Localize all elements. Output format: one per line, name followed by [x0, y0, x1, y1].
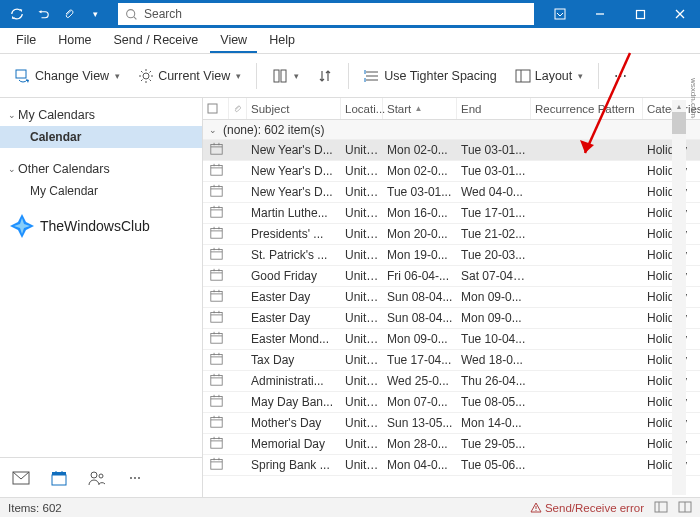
view-reading-button[interactable]: [678, 501, 692, 515]
row-end: Tue 21-02...: [457, 227, 531, 241]
sort-button[interactable]: [310, 61, 340, 91]
row-start: Sun 08-04...: [383, 311, 457, 325]
mail-view-button[interactable]: [8, 465, 34, 491]
table-row[interactable]: New Year's D...Unite...Mon 02-0...Tue 03…: [203, 161, 700, 182]
row-location: Unite...: [341, 227, 383, 241]
view-normal-button[interactable]: [654, 501, 668, 515]
row-location: Unite...: [341, 248, 383, 262]
tab-file[interactable]: File: [6, 29, 46, 53]
table-row[interactable]: Memorial DayUnite...Mon 28-0...Tue 29-05…: [203, 434, 700, 455]
table-row[interactable]: New Year's D...Unite...Mon 02-0...Tue 03…: [203, 140, 700, 161]
tighter-label: Use Tighter Spacing: [384, 69, 497, 83]
row-subject: Martin Luthe...: [247, 206, 341, 220]
othercalendars-group[interactable]: ⌄Other Calendars: [0, 158, 202, 180]
row-subject: Good Friday: [247, 269, 341, 283]
status-items: Items: 602: [8, 502, 62, 514]
table-row[interactable]: Easter Mond...Unite...Mon 09-0...Tue 10-…: [203, 329, 700, 350]
calendar-icon: [203, 352, 229, 368]
row-end: Tue 03-01...: [457, 164, 531, 178]
col-subject[interactable]: Subject: [247, 98, 341, 119]
table-row[interactable]: Administrati...Unite...Wed 25-0...Thu 26…: [203, 371, 700, 392]
change-view-button[interactable]: Change View▾: [8, 61, 127, 91]
svg-point-24: [99, 474, 103, 478]
current-view-button[interactable]: Current View▾: [131, 61, 248, 91]
calendar-icon: [203, 184, 229, 200]
mycalendars-group[interactable]: ⌄My Calendars: [0, 104, 202, 126]
row-location: Unite...: [341, 395, 383, 409]
table-row[interactable]: St. Patrick's ...Unite...Mon 19-0...Tue …: [203, 245, 700, 266]
watermark-logo: TheWindowsClub: [0, 202, 202, 250]
close-button[interactable]: [660, 0, 700, 28]
row-start: Mon 28-0...: [383, 437, 457, 451]
qat-dropdown-icon[interactable]: ▾: [84, 2, 106, 26]
table-row[interactable]: Presidents' ...Unite...Mon 20-0...Tue 21…: [203, 224, 700, 245]
row-end: Mon 09-0...: [457, 311, 531, 325]
layout-button[interactable]: Layout▾: [508, 61, 591, 91]
scroll-thumb[interactable]: [672, 112, 686, 134]
row-end: Tue 05-06...: [457, 458, 531, 472]
nav-pane: ⌄My Calendars Calendar ⌄Other Calendars …: [0, 98, 202, 457]
table-row[interactable]: Easter DayUnite...Sun 08-04...Mon 09-0..…: [203, 308, 700, 329]
table-row[interactable]: Easter DayUnite...Sun 08-04...Mon 09-0..…: [203, 287, 700, 308]
tab-sendreceive[interactable]: Send / Receive: [104, 29, 209, 53]
more-views-button[interactable]: ⋯: [122, 465, 148, 491]
tab-home[interactable]: Home: [48, 29, 101, 53]
columns-button[interactable]: ▾: [265, 61, 306, 91]
col-attachment[interactable]: [229, 98, 247, 119]
table-row[interactable]: Tax DayUnite...Tue 17-04...Wed 18-0...Ho…: [203, 350, 700, 371]
more-button[interactable]: ⋯: [607, 61, 634, 91]
attachment-icon[interactable]: [58, 2, 80, 26]
people-view-button[interactable]: [84, 465, 110, 491]
calendar-view-button[interactable]: [46, 465, 72, 491]
scroll-up-icon[interactable]: ▲: [672, 100, 686, 112]
row-subject: Spring Bank ...: [247, 458, 341, 472]
minimize-button[interactable]: [580, 0, 620, 28]
calendar-icon: [203, 436, 229, 452]
table-row[interactable]: New Year's D...Unite...Tue 03-01...Wed 0…: [203, 182, 700, 203]
table-row[interactable]: Spring Bank ...Unite...Mon 04-0...Tue 05…: [203, 455, 700, 476]
row-start: Mon 16-0...: [383, 206, 457, 220]
tab-help[interactable]: Help: [259, 29, 305, 53]
row-subject: Administrati...: [247, 374, 341, 388]
row-subject: St. Patrick's ...: [247, 248, 341, 262]
svg-rect-42: [210, 228, 221, 238]
col-end[interactable]: End: [457, 98, 531, 119]
maximize-button[interactable]: [620, 0, 660, 28]
col-start[interactable]: Start ▲: [383, 98, 457, 119]
ribbon-options-icon[interactable]: [540, 0, 580, 28]
quick-access-toolbar: ▾: [0, 2, 112, 26]
sidebar-item-calendar[interactable]: Calendar: [0, 126, 202, 148]
group-header-row[interactable]: ⌄(none): 602 item(s): [203, 120, 700, 140]
tab-view[interactable]: View: [210, 29, 257, 53]
scrollbar[interactable]: ▲: [672, 100, 686, 495]
row-end: Tue 20-03...: [457, 248, 531, 262]
row-end: Tue 08-05...: [457, 395, 531, 409]
undo-icon[interactable]: [32, 2, 54, 26]
chevron-down-icon: ⌄: [8, 164, 18, 174]
col-icon[interactable]: [203, 98, 229, 119]
table-row[interactable]: Mother's DayUnite...Sun 13-05...Mon 14-0…: [203, 413, 700, 434]
table-row[interactable]: May Day Ban...Unite...Mon 07-0...Tue 08-…: [203, 392, 700, 413]
svg-point-91: [535, 509, 536, 510]
svg-rect-9: [274, 70, 279, 82]
row-start: Mon 07-0...: [383, 395, 457, 409]
sidebar-item-mycalendar[interactable]: My Calendar: [0, 180, 202, 202]
change-view-icon: [15, 68, 31, 84]
status-error[interactable]: Send/Receive error: [530, 502, 644, 514]
table-row[interactable]: Good FridayUnite...Fri 06-04-...Sat 07-0…: [203, 266, 700, 287]
row-subject: Easter Day: [247, 311, 341, 325]
calendar-icon: [203, 226, 229, 242]
calendar-icon: [203, 415, 229, 431]
row-end: Tue 17-01...: [457, 206, 531, 220]
col-recurrence[interactable]: Recurrence Pattern: [531, 98, 643, 119]
tighter-spacing-button[interactable]: Use Tighter Spacing: [357, 61, 504, 91]
svg-rect-7: [16, 70, 26, 78]
search-input[interactable]: Search: [118, 3, 534, 25]
send-receive-icon[interactable]: [6, 2, 28, 26]
row-subject: New Year's D...: [247, 185, 341, 199]
row-location: Unite...: [341, 374, 383, 388]
col-location[interactable]: Locati...: [341, 98, 383, 119]
row-subject: Tax Day: [247, 353, 341, 367]
svg-rect-70: [210, 375, 221, 385]
table-row[interactable]: Martin Luthe...Unite...Mon 16-0...Tue 17…: [203, 203, 700, 224]
